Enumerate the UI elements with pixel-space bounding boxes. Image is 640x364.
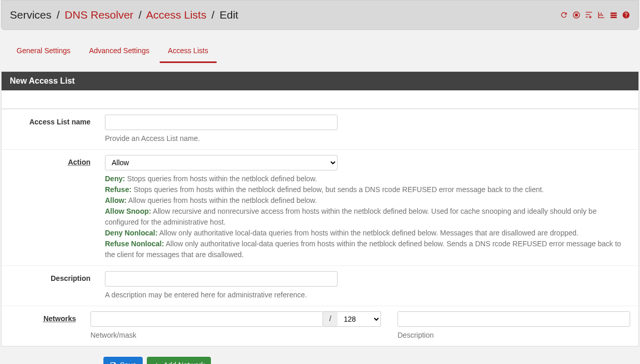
- help-action-deny-nl-label: Deny Nonlocal:: [105, 229, 158, 237]
- label-networks: Networks: [2, 311, 90, 341]
- tabs: General Settings Advanced Settings Acces…: [8, 40, 640, 63]
- row-name: Access List name Provide an Access List …: [2, 109, 638, 149]
- blank-row: [2, 97, 638, 109]
- help-action-refuse-nl-label: Refuse Nonlocal:: [105, 240, 164, 248]
- breadcrumb: Services / DNS Resolver / Access Lists /…: [10, 7, 238, 23]
- network-block: / 128 Network/mask: [90, 311, 381, 341]
- description-input[interactable]: [105, 271, 338, 287]
- add-network-button[interactable]: Add Network: [147, 357, 211, 365]
- panel-heading: New Access List: [2, 72, 638, 90]
- breadcrumb-sep: /: [54, 9, 62, 21]
- breadcrumb-edit: Edit: [220, 9, 238, 21]
- help-action-snoop-label: Allow Snoop:: [105, 207, 151, 215]
- label-description: Description: [2, 271, 105, 300]
- stop-circle-icon[interactable]: [572, 11, 581, 19]
- row-action: Action Allow Deny: Stops queries from ho…: [2, 149, 638, 265]
- breadcrumb-acl[interactable]: Access Lists: [146, 9, 206, 21]
- save-button[interactable]: Save: [103, 357, 143, 365]
- network-input[interactable]: [90, 311, 323, 327]
- add-network-button-label: Add Network: [163, 361, 205, 365]
- network-description-input[interactable]: [398, 311, 630, 327]
- tab-general-settings[interactable]: General Settings: [8, 40, 79, 61]
- help-name: Provide an Access List name.: [105, 133, 630, 144]
- sublabel-net-description: Description: [398, 330, 630, 341]
- help-action-refuse-nl-text: Allow only authoritative local-data quer…: [105, 240, 621, 259]
- tab-advanced-settings[interactable]: Advanced Settings: [81, 40, 158, 61]
- tab-access-lists[interactable]: Access Lists: [160, 40, 217, 63]
- help-action-refuse-label: Refuse:: [105, 185, 131, 194]
- mask-select[interactable]: 128: [338, 311, 381, 327]
- breadcrumb-resolver[interactable]: DNS Resolver: [65, 9, 133, 21]
- row-description: Description A description may be entered…: [2, 265, 638, 306]
- save-icon: [110, 361, 117, 365]
- panel-new-acl: New Access List Access List name Provide…: [1, 71, 639, 346]
- help-action-deny-nl-text: Allow only authoritative local-data quer…: [158, 229, 578, 237]
- help-action-deny-text: Stops queries from hosts within the netb…: [125, 175, 317, 183]
- help-action-allow-text: Allow queries from hosts within the netb…: [127, 196, 317, 204]
- slash-label: /: [323, 311, 338, 327]
- breadcrumb-service: Services: [10, 9, 52, 21]
- help-icon[interactable]: [622, 11, 630, 19]
- help-action-snoop-text: Allow recursive and nonrecursive access …: [105, 207, 597, 226]
- help-action-allow-label: Allow:: [105, 196, 127, 204]
- button-row: Save Add Network: [103, 357, 640, 365]
- row-networks: Networks / 128 Network/mask Description: [2, 306, 638, 346]
- help-action-refuse-text: Stops queries from hosts within the netb…: [131, 185, 544, 194]
- help-action-deny-label: Deny:: [105, 175, 125, 183]
- plus-icon: [153, 361, 160, 365]
- help-description: A description may be entered here for ad…: [105, 290, 630, 300]
- sublabel-network-mask: Network/mask: [90, 330, 381, 341]
- save-button-label: Save: [120, 361, 136, 365]
- action-select[interactable]: Allow: [105, 155, 338, 170]
- chart-icon[interactable]: [597, 11, 605, 19]
- label-name: Access List name: [2, 115, 105, 144]
- breadcrumb-sep: /: [209, 9, 217, 21]
- sliders-icon[interactable]: [585, 11, 593, 19]
- refresh-icon[interactable]: [560, 11, 568, 19]
- list-icon[interactable]: [609, 11, 618, 19]
- label-action: Action: [2, 155, 105, 260]
- page-header: Services / DNS Resolver / Access Lists /…: [1, 0, 639, 30]
- acl-name-input[interactable]: [105, 115, 338, 130]
- breadcrumb-sep: /: [136, 9, 144, 21]
- network-desc-block: Description: [398, 311, 630, 341]
- header-icons: [560, 11, 630, 19]
- help-action: Deny: Stops queries from hosts within th…: [105, 173, 630, 260]
